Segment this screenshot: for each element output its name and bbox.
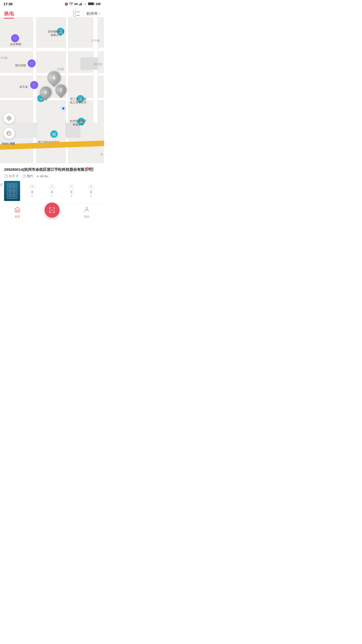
svg-rect-18	[50, 210, 54, 210]
svg-rect-5	[94, 3, 94, 5]
clock2-icon: 🕐	[22, 174, 26, 178]
swipe-hint: -	[99, 176, 100, 181]
slot-kong-count: 0	[70, 190, 72, 194]
building-block-3	[13, 123, 38, 138]
signal-bar-2	[83, 169, 83, 170]
road-vertical-1	[33, 17, 37, 163]
nav-profile[interactable]: 我的	[69, 206, 104, 219]
status-time: 17:30	[4, 2, 13, 6]
station-image	[4, 181, 20, 201]
battery-slots: 换 0 个 充 0 个 空 0 个 柜 0 个	[23, 181, 100, 201]
station-info-row: 🕐 全天 营 🕐 预约 ➤ 46.0m	[4, 174, 100, 178]
map-pin-4[interactable]: 4	[47, 71, 60, 84]
svg-rect-6	[88, 3, 93, 5]
hours-label: 全天	[9, 174, 15, 178]
slot-chong-unit: 个	[51, 194, 53, 198]
slot-gui-icon: 柜	[88, 184, 94, 190]
history-control[interactable]	[4, 128, 15, 139]
city-selector[interactable]: 杭州市 ▾	[83, 11, 100, 16]
signal-bar-3	[84, 168, 84, 170]
tab-huandian[interactable]: 换电	[4, 10, 14, 17]
svg-point-7	[8, 117, 10, 119]
poi-building-4: 🏢	[50, 130, 58, 138]
slot-kong-unit: 个	[70, 194, 73, 198]
bottom-nav: 首页 我的	[0, 204, 104, 223]
poi-building-1: 🏢	[57, 28, 64, 35]
battery-icon	[88, 2, 95, 6]
slot-gui-unit: 个	[90, 194, 92, 198]
map-pin-0[interactable]: 0	[40, 87, 51, 98]
slot-huan-unit: 个	[31, 194, 33, 198]
svg-rect-9	[17, 210, 18, 212]
slot-chong-count: 0	[51, 190, 53, 194]
svg-point-19	[86, 207, 88, 210]
营业-icon: 营	[16, 174, 19, 178]
list-view-button[interactable]	[73, 10, 80, 17]
svg-rect-11	[50, 207, 50, 209]
appointment-chip: 🕐 预约	[22, 174, 33, 178]
header-right: 杭州市 ▾	[73, 10, 100, 17]
status-bar: 17:30 🔇 4G ⚡	[0, 0, 104, 8]
svg-rect-1	[80, 4, 80, 5]
nav-home[interactable]: 首页	[0, 206, 35, 219]
slot-huan-count: 0	[31, 190, 33, 194]
baidu-watermark: Baidu 地图	[2, 142, 15, 145]
battery-percent: 100	[96, 2, 101, 6]
road-horizontal-3	[0, 98, 104, 101]
slot-chong-icon: 充	[49, 184, 55, 190]
svg-rect-3	[81, 3, 82, 5]
svg-rect-17	[54, 211, 55, 212]
svg-rect-0	[79, 4, 79, 5]
clock-icon: 🕐	[4, 174, 8, 178]
signal-bar-4	[85, 167, 85, 170]
slot-gui: 柜 0 个	[82, 184, 100, 198]
signal-error-icon: ×	[86, 167, 88, 170]
wifi-icon	[69, 2, 73, 6]
map-container[interactable]: 🛒 🛒 🛒 🏢 🏢 🏢 🏢 🚌 品全购物 深圳城铄科技有限公司 21号楼 2号楼…	[0, 17, 104, 163]
chevron-down-icon: ▾	[99, 12, 100, 15]
navigation-icon: ➤	[36, 174, 39, 178]
home-label: 首页	[15, 215, 20, 219]
signal-percent: 100	[89, 167, 94, 170]
svg-rect-13	[54, 207, 55, 209]
poi-building-3: 🏢	[77, 118, 85, 125]
location-control[interactable]	[4, 113, 15, 124]
slot-chong: 充 0 个	[43, 184, 61, 198]
signal-bar-1	[82, 169, 82, 170]
poi-shopping-2: 🛒	[28, 59, 36, 67]
svg-point-8	[7, 116, 11, 120]
appointment-label: 预约	[27, 174, 33, 178]
header: 换电 杭州市 ▾	[0, 8, 104, 17]
distance-label: 46.0m	[40, 175, 48, 178]
poi-shopping-3: 🛒	[30, 81, 38, 89]
slot-kong: 空 0 个	[62, 184, 80, 198]
slot-gui-count: 0	[90, 190, 92, 194]
slot-huan-icon: 换	[29, 184, 35, 190]
nav-scan[interactable]	[35, 208, 69, 218]
signal-bars	[82, 167, 85, 170]
4g-icon: 4G	[74, 3, 78, 6]
poi-shopping-1: 🛒	[11, 34, 19, 42]
slot-huan: 换 0 个	[23, 184, 41, 198]
map-pin-2[interactable]: 2	[55, 85, 66, 96]
status-icons: 🔇 4G ⚡ 100	[65, 2, 101, 6]
current-location-dot	[61, 106, 65, 110]
poi-building-2: 🏢	[77, 95, 84, 103]
city-name: 杭州市	[86, 11, 98, 16]
hours-chip: 🕐 全天 营	[4, 174, 19, 178]
slot-kong-icon: 空	[69, 184, 74, 190]
svg-rect-15	[50, 211, 50, 212]
road-horizontal-1	[0, 47, 104, 52]
signal-icon	[79, 2, 82, 6]
mute-icon: 🔇	[65, 3, 68, 6]
station-detail: 50 换 0	[4, 181, 100, 201]
profile-label: 我的	[84, 215, 89, 219]
building-block-1	[80, 57, 98, 70]
road-vertical-3	[93, 17, 98, 123]
scan-button[interactable]	[44, 203, 60, 218]
station-card: × 100 - 299280014(杭州市余杭区浙江宇松科技股份有限公司) 🕐 …	[0, 163, 104, 204]
distance-chip: ➤ 46.0m	[36, 174, 48, 178]
lightning-icon: ⚡	[83, 3, 87, 6]
profile-icon	[83, 206, 90, 214]
home-icon	[14, 206, 21, 214]
